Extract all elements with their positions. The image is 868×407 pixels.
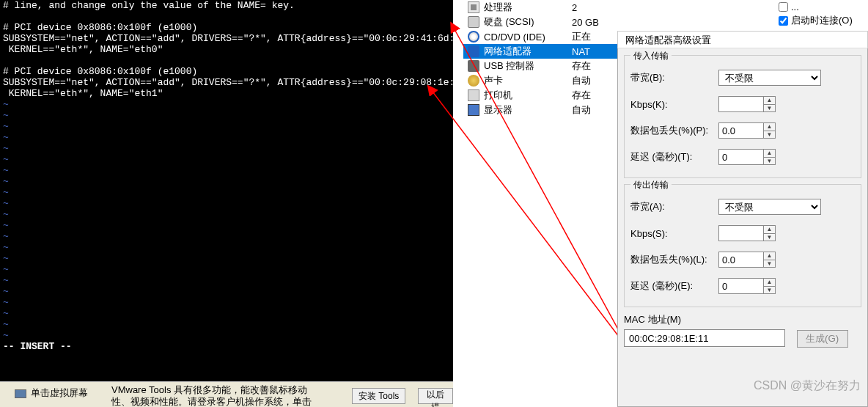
term-l4: SUBSYSTEM=="net", ACTION=="add", DRIVERS… [3, 33, 453, 44]
sound-icon [468, 75, 479, 87]
hw-row-display[interactable]: 显示器自动 [463, 103, 617, 117]
display-icon [468, 104, 479, 116]
connect-at-poweron-checkbox[interactable] [779, 16, 788, 26]
loss-out-input[interactable] [718, 252, 764, 268]
hw-row-network[interactable]: 网络适配器NAT [463, 44, 617, 59]
hw-row-cpu[interactable]: 处理器2 [463, 0, 617, 15]
network-icon [468, 45, 479, 57]
terminal[interactable]: # line, and change only the value of the… [0, 0, 453, 381]
kbps-in-spinner[interactable]: ▲▼ [764, 96, 776, 112]
mac-label: MAC 地址(M) [624, 313, 861, 326]
hw-row-usb[interactable]: USB 控制器存在 [463, 59, 617, 73]
disk-icon [468, 16, 479, 28]
hw-row-cd[interactable]: CD/DVD (IDE)正在 [463, 29, 617, 44]
loss-out-spinner[interactable]: ▲▼ [764, 252, 776, 268]
incoming-group: 传入传输 带宽(B): 不受限 Kbps(K): ▲▼ 数据包丢失(%)(P):… [624, 55, 861, 178]
hw-row-sound[interactable]: 声卡自动 [463, 73, 617, 88]
mac-address-input[interactable] [624, 329, 785, 347]
cd-icon [468, 31, 479, 43]
kbps-out-spinner[interactable]: ▲▼ [764, 225, 776, 241]
usb-icon [468, 60, 479, 72]
term-l5: KERNEL=="eth*", NAME="eth0" [3, 44, 163, 55]
bandwidth-out-select[interactable]: 不受限 [718, 199, 821, 215]
printer-icon [468, 89, 479, 101]
device-status-box: ... 启动时连接(O) [773, 0, 868, 31]
kbps-out-input[interactable] [718, 225, 764, 241]
dialog-title: 网络适配器高级设置 [625, 34, 711, 45]
latency-out-spinner[interactable]: ▲▼ [764, 278, 776, 294]
vim-mode: -- INSERT -- [3, 341, 72, 352]
connected-checkbox[interactable] [779, 2, 788, 12]
vmware-hint-bar: 单击虚拟屏幕 VMware Tools 具有很多功能，能改善鼠标移动 性、视频和… [0, 381, 453, 407]
loss-in-input[interactable] [718, 122, 764, 139]
latency-in-input[interactable] [718, 149, 764, 165]
term-l9: KERNEL=="eth*", NAME="eth1" [3, 88, 163, 99]
vm-hint-3: 性、视频和性能。请登录客户机操作系统，单击 [111, 395, 312, 407]
loss-in-spinner[interactable]: ▲▼ [764, 122, 776, 139]
term-l3: # PCI device 0x8086:0x100f (e1000) [3, 22, 197, 33]
term-l1: # line, and change only the value of the… [3, 0, 295, 11]
kbps-in-input[interactable] [718, 96, 764, 112]
term-l7: # PCI device 0x8086:0x100f (e1000) [3, 66, 197, 77]
dialog-titlebar: 网络适配器高级设置 [617, 31, 868, 48]
cpu-icon [468, 1, 479, 13]
advanced-settings-dialog: 传入传输 带宽(B): 不受限 Kbps(K): ▲▼ 数据包丢失(%)(P):… [617, 31, 868, 407]
later-button[interactable]: 以后提 [418, 388, 453, 404]
outgoing-group: 传出传输 带宽(A): 不受限 Kbps(S): ▲▼ 数据包丢失(%)(L):… [624, 184, 861, 307]
latency-in-spinner[interactable]: ▲▼ [764, 149, 776, 165]
install-tools-button[interactable]: 安装 Tools [352, 388, 405, 404]
watermark: CSDN @黄沙在努力 [754, 378, 861, 394]
hw-row-disk[interactable]: 硬盘 (SCSI)20 GB [463, 15, 617, 29]
hw-row-printer[interactable]: 打印机存在 [463, 88, 617, 103]
monitor-icon [15, 389, 26, 398]
term-l8: SUBSYSTEM=="net", ACTION=="add", DRIVERS… [3, 77, 453, 88]
vm-hint-1: 单击虚拟屏幕 [31, 386, 88, 400]
hardware-list: 处理器2 硬盘 (SCSI)20 GB CD/DVD (IDE)正在 网络适配器… [463, 0, 617, 381]
generate-mac-button[interactable]: 生成(G) [797, 330, 848, 348]
latency-out-input[interactable] [718, 278, 764, 294]
bandwidth-in-select[interactable]: 不受限 [718, 70, 821, 86]
